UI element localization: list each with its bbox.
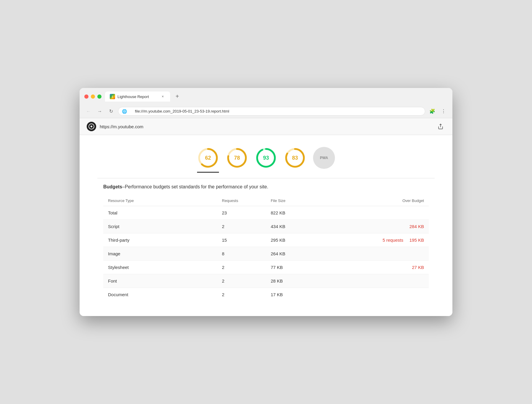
score-value-seo: 83 [292,155,298,161]
cell-filesize-script: 434 KB [266,220,331,233]
cell-filesize-third-party: 295 KB [266,233,331,247]
score-best-practices: 93 [255,147,277,173]
cell-filesize-image: 264 KB [266,247,331,261]
active-tab[interactable]: i Lighthouse Report × [105,92,170,102]
cell-overbudget-total [331,206,429,220]
table-row: Script 2 434 KB 284 KB [103,220,429,233]
score-value-best-practices: 93 [263,155,269,161]
col-header-requests: Requests [217,195,266,206]
svg-point-1 [91,126,92,127]
site-header: https://m.youtube.com [80,118,452,135]
site-url: https://m.youtube.com [100,124,144,129]
col-header-resource: Resource Type [103,195,217,206]
cell-overbudget-stylesheet: 27 KB [331,261,429,274]
cell-overbudget-third-party: 5 requests 195 KB [331,233,429,247]
address-bar[interactable]: 🌐 file:///m.youtube.com_2019-05-01_23-53… [118,107,425,116]
col-header-overbudget: Over Budget [331,195,429,206]
table-row: Font 2 28 KB [103,274,429,288]
col-header-filesize: File Size [266,195,331,206]
cell-filesize-total: 822 KB [266,206,331,220]
cell-requests-third-party: 15 [217,233,266,247]
score-value-accessibility: 78 [234,155,240,161]
cell-filesize-document: 17 KB [266,288,331,302]
content: 62 78 [80,135,452,316]
cell-overbudget-font [331,274,429,288]
title-bar: i Lighthouse Report × + [80,88,452,105]
cell-resource-stylesheet: Stylesheet [103,261,217,274]
budgets-section: Budgets–Performance budgets set standard… [80,178,452,307]
score-value-performance: 62 [205,155,211,161]
score-seo: 83 [284,147,306,173]
score-circle-accessibility: 78 [226,147,248,169]
new-tab-button[interactable]: + [173,92,182,101]
size-over-stylesheet: 27 KB [412,265,424,270]
tabs-row: i Lighthouse Report × + [105,92,448,102]
traffic-lights [84,94,101,99]
cell-requests-total: 23 [217,206,266,220]
tab-close-button[interactable]: × [160,94,165,99]
cell-requests-script: 2 [217,220,266,233]
cell-resource-third-party: Third-party [103,233,217,247]
size-over-script: 284 KB [410,224,424,229]
cell-overbudget-script: 284 KB [331,220,429,233]
section-title: Budgets–Performance budgets set standard… [103,184,429,190]
pwa-circle: PWA [313,147,335,169]
site-logo [87,122,96,131]
cell-resource-total: Total [103,206,217,220]
close-traffic-light[interactable] [84,94,88,99]
table-row: Image 8 264 KB [103,247,429,261]
cell-filesize-font: 28 KB [266,274,331,288]
browser-window: i Lighthouse Report × + ← → ↻ 🌐 file:///… [80,88,452,316]
share-button[interactable] [436,122,445,131]
tab-title: Lighthouse Report [117,94,158,99]
score-performance: 62 [197,147,219,173]
address-bar-row: ← → ↻ 🌐 file:///m.youtube.com_2019-05-01… [80,105,452,118]
address-text: file:///m.youtube.com_2019-05-01_23-53-1… [135,109,229,113]
size-over-third-party: 195 KB [410,238,424,243]
pwa-label: PWA [320,156,328,160]
cell-filesize-stylesheet: 77 KB [266,261,331,274]
back-button[interactable]: ← [84,107,93,116]
minimize-traffic-light[interactable] [91,94,95,99]
score-circle-performance: 62 [197,147,219,169]
reload-button[interactable]: ↻ [107,107,115,116]
score-circle-best-practices: 93 [255,147,277,169]
score-underline-performance [197,172,219,173]
table-row: Document 2 17 KB [103,288,429,302]
score-pwa: PWA [313,147,335,173]
table-header-row: Resource Type Requests File Size Over Bu… [103,195,429,206]
requests-over-third-party: 5 requests [383,238,403,243]
forward-button[interactable]: → [96,107,104,116]
cell-resource-document: Document [103,288,217,302]
cell-requests-font: 2 [217,274,266,288]
menu-button[interactable]: ⋮ [439,107,448,116]
tab-favicon: i [110,94,115,99]
globe-icon: 🌐 [122,109,127,114]
cell-resource-script: Script [103,220,217,233]
cell-overbudget-document [331,288,429,302]
cell-requests-image: 8 [217,247,266,261]
budget-table: Resource Type Requests File Size Over Bu… [103,195,429,301]
table-row: Third-party 15 295 KB 5 requests 195 KB [103,233,429,247]
extensions-button[interactable]: 🧩 [428,107,436,116]
cell-requests-stylesheet: 2 [217,261,266,274]
maximize-traffic-light[interactable] [97,94,101,99]
table-row: Total 23 822 KB [103,206,429,220]
cell-resource-font: Font [103,274,217,288]
cell-overbudget-image [331,247,429,261]
score-accessibility: 78 [226,147,248,173]
site-header-left: https://m.youtube.com [87,122,144,131]
cell-resource-image: Image [103,247,217,261]
title-bar-top: i Lighthouse Report × + [84,92,448,102]
cell-requests-document: 2 [217,288,266,302]
table-row: Stylesheet 2 77 KB 27 KB [103,261,429,274]
scores-row: 62 78 [80,141,452,176]
score-circle-seo: 83 [284,147,306,169]
